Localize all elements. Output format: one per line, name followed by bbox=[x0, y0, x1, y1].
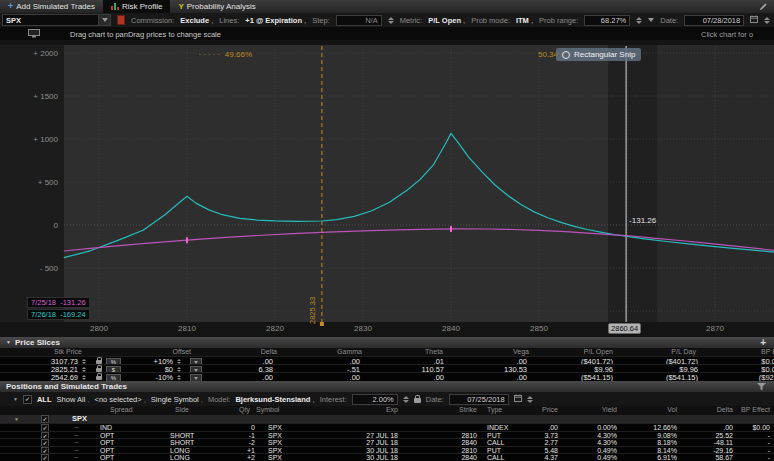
slices-column-header: Stk Price bbox=[0, 348, 82, 356]
position-strike: 2840 bbox=[387, 455, 477, 461]
top-tab-bar: + Add Simulated Trades Risk Profile Y Pr… bbox=[0, 0, 774, 13]
row-checkbox[interactable]: ✓ bbox=[41, 454, 49, 461]
position-row[interactable]: ✓~IND0SPXINDEX.000.00%12.66%.00$0.00 bbox=[0, 423, 774, 431]
positions-date-spinner[interactable] bbox=[527, 396, 533, 403]
step-label: Step: bbox=[312, 16, 330, 25]
calendar-icon[interactable] bbox=[514, 394, 522, 404]
price-slices-column-headers: Stk PriceOffsetDeltaGammaThetaVegaP/L Op… bbox=[0, 348, 774, 356]
probability-icon: Y bbox=[178, 2, 183, 11]
slices-column-header: P/L Open bbox=[523, 348, 613, 356]
drag-hint-text: Drag chart to panDrag prices to change s… bbox=[70, 30, 221, 39]
prob-range-dropdown-icon[interactable] bbox=[648, 18, 654, 22]
slice-offset-spinner[interactable] bbox=[177, 367, 181, 372]
add-simulated-trades-button[interactable]: + Add Simulated Trades bbox=[0, 0, 103, 13]
step-input[interactable]: N/A bbox=[336, 15, 382, 26]
analyze-risk-profile-app: + Add Simulated Trades Risk Profile Y Pr… bbox=[0, 0, 774, 461]
risk-profile-chart-region: + 2000+ 1500+ 1000+ 5000- 50028002810282… bbox=[0, 40, 774, 337]
symbol-mode-dropdown[interactable]: Single Symbol bbox=[151, 395, 203, 404]
collapse-icon[interactable]: ▼ bbox=[6, 340, 11, 345]
collapse-icon[interactable]: ▼ bbox=[14, 416, 19, 422]
interest-spinner[interactable] bbox=[403, 396, 409, 403]
prob-range-input[interactable]: 68.27% bbox=[584, 15, 630, 26]
slice-offset-spinner[interactable] bbox=[177, 375, 181, 380]
risk-profile-chart[interactable] bbox=[0, 40, 774, 337]
position-row[interactable]: ✓~OPTLONG+1SPX30 JUL 182810PUT5.480.49%8… bbox=[0, 446, 774, 454]
lines-value[interactable]: +1 @ Expiration bbox=[245, 16, 306, 25]
positions-column-header: Strike bbox=[387, 406, 477, 414]
chart-hint-bar: Drag chart to panDrag prices to change s… bbox=[0, 27, 774, 40]
symbol-value: SPX bbox=[6, 16, 21, 25]
price-slice-row[interactable]: 2825.21$06.38-.51110.57130.53$9.96$9.96$… bbox=[0, 364, 774, 372]
prob-mode-value[interactable]: ITM bbox=[516, 16, 533, 25]
metric-value[interactable]: P/L Open bbox=[428, 16, 465, 25]
status-icon bbox=[117, 15, 125, 25]
position-row[interactable]: ✓~OPTLONG+2SPX30 JUL 182840CALL4.370.49%… bbox=[0, 453, 774, 461]
filter-icon[interactable] bbox=[757, 383, 774, 391]
slices-column-header: P/L Day bbox=[606, 348, 696, 356]
calendar-icon[interactable] bbox=[750, 15, 758, 25]
positions-column-headers: SpreadSideQtySymbolExpStrikeTypePriceYie… bbox=[0, 406, 774, 415]
show-all-dropdown[interactable]: Show All bbox=[57, 395, 90, 404]
lock-icon[interactable] bbox=[96, 368, 102, 372]
positions-column-header: Exp bbox=[308, 406, 398, 414]
price-slice-row[interactable]: 2542.69-10%.00.00.00.00($541.15)($541.15… bbox=[0, 372, 774, 380]
positions-group-row[interactable]: ▼ ✓ SPX bbox=[0, 415, 774, 423]
chart-mode-icon[interactable] bbox=[28, 29, 40, 40]
edit-icon[interactable] bbox=[759, 2, 768, 13]
snip-tooltip: Rectangular Snip bbox=[556, 48, 641, 61]
commission-label: Commission: bbox=[131, 16, 174, 25]
positions-column-header: Spread bbox=[110, 406, 133, 414]
position-row[interactable]: ✓~OPTSHORT-1SPX27 JUL 182810PUT3.734.30%… bbox=[0, 431, 774, 439]
chevron-down-icon[interactable] bbox=[98, 15, 110, 25]
step-spinner[interactable] bbox=[388, 17, 394, 24]
lines-label: Lines: bbox=[219, 16, 239, 25]
metric-label: Metric: bbox=[400, 16, 423, 25]
lock-icon[interactable] bbox=[96, 376, 102, 380]
slice-offset-spinner[interactable] bbox=[177, 359, 181, 364]
slices-column-header: Gamma bbox=[272, 348, 362, 356]
tab-probability-analysis[interactable]: Y Probability Analysis bbox=[170, 0, 263, 13]
slices-column-header: Offset bbox=[101, 348, 191, 356]
positions-column-header: Qty bbox=[160, 406, 250, 414]
add-price-slice-button[interactable]: + bbox=[760, 338, 774, 348]
pin-icon bbox=[562, 51, 570, 59]
add-simulated-trades-label: Add Simulated Trades bbox=[16, 2, 95, 11]
model-dropdown[interactable]: Bjerksund-Stensland bbox=[235, 395, 314, 404]
slices-column-header: Vega bbox=[439, 348, 529, 356]
positions-date-input[interactable]: 07/25/2018 bbox=[449, 394, 509, 405]
interest-input[interactable]: 2.00% bbox=[352, 394, 398, 405]
slices-column-header: Theta bbox=[353, 348, 443, 356]
click-hint-text: Click chart for o bbox=[701, 30, 774, 39]
tab-risk-profile[interactable]: Risk Profile bbox=[103, 0, 170, 13]
slice-price-spinner[interactable] bbox=[82, 359, 86, 364]
position-spread: OPT bbox=[100, 455, 114, 461]
collapse-icon[interactable]: ▼ bbox=[13, 396, 18, 402]
price-slices-section: ▼ Price Slices + Stk PriceOffsetDeltaGam… bbox=[0, 337, 774, 381]
prob-range-spinner[interactable] bbox=[636, 17, 642, 24]
lock-icon[interactable] bbox=[414, 398, 421, 403]
position-row[interactable]: ✓~OPTSHORT-2SPX27 JUL 182840CALL2.774.30… bbox=[0, 438, 774, 446]
slice-price-spinner[interactable] bbox=[82, 375, 86, 380]
positions-header[interactable]: Positions and Simulated Trades bbox=[0, 381, 774, 392]
positions-date-label: Date: bbox=[426, 395, 444, 404]
symbol-combo[interactable]: SPX bbox=[2, 14, 111, 26]
all-checkbox[interactable]: ✓ bbox=[23, 395, 32, 404]
slices-column-header: Delta bbox=[187, 348, 277, 356]
selected-dropdown[interactable]: <no selected> bbox=[95, 395, 146, 404]
group-checkbox[interactable]: ✓ bbox=[41, 415, 49, 423]
chart-wave-icon[interactable]: ~ bbox=[74, 454, 79, 461]
lock-icon[interactable] bbox=[96, 360, 102, 364]
commission-value[interactable]: Exclude bbox=[180, 16, 213, 25]
positions-column-header: Symbol bbox=[256, 406, 279, 414]
position-symbol: SPX bbox=[268, 455, 282, 461]
interest-label: Interest: bbox=[320, 395, 347, 404]
date-spinner[interactable] bbox=[764, 17, 770, 24]
slice-price-spinner[interactable] bbox=[82, 367, 86, 372]
group-symbol: SPX bbox=[72, 415, 87, 423]
date-input[interactable]: 07/28/2018 bbox=[684, 15, 744, 26]
price-slices-header[interactable]: ▼ Price Slices + bbox=[0, 337, 774, 348]
positions-column-header: BP Effect bbox=[680, 406, 770, 414]
prob-mode-label: Prob mode: bbox=[471, 16, 510, 25]
price-slice-row[interactable]: 3107.73+10%.00.00.01.00($401.72)($401.72… bbox=[0, 356, 774, 364]
risk-profile-icon bbox=[111, 3, 119, 10]
